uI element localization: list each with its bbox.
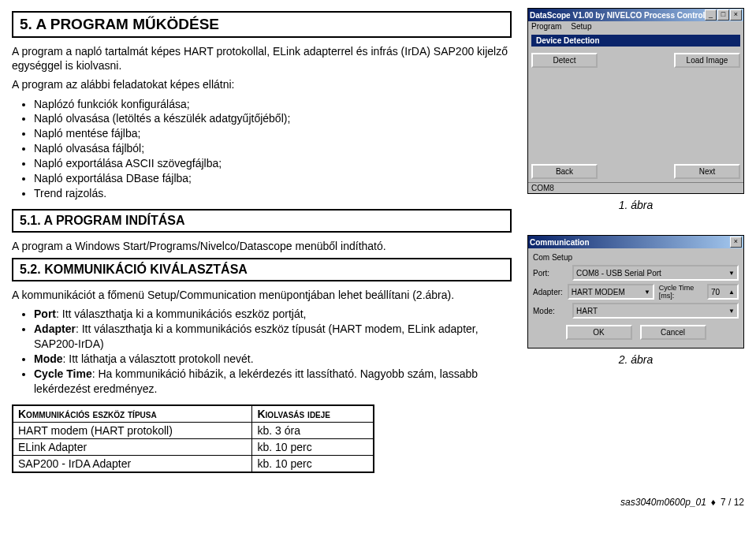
list-item: Napló mentése fájlba; (34, 126, 512, 141)
figure-2-caption: 2. ábra (527, 353, 744, 366)
list-item: Cycle Time: Ha kommunikáció hibázik, a l… (34, 367, 512, 397)
cycle-time-label: Cycle Time [ms]: (659, 284, 702, 300)
minimize-button[interactable]: _ (705, 9, 717, 20)
p-5-1: A program a Windows Start/Programs/Nivel… (12, 239, 512, 253)
panel-title: Device Detection (531, 35, 740, 47)
table-header: Kiolvasás ideje (252, 405, 374, 423)
list-item: Adapter: Itt választhatja ki a kommuniká… (34, 322, 512, 352)
list-item: Napló exportálása DBase fájlba; (34, 171, 512, 186)
heading-5-2: 5.2. KOMMUNIKÁCIÓ KIVÁLASZTÁSA (12, 258, 512, 281)
list-item: Port: Itt választhatja ki a kommunikáció… (34, 307, 512, 322)
list-item: Napló exportálása ASCII szövegfájlba; (34, 156, 512, 171)
chevron-down-icon: ▼ (644, 289, 650, 296)
back-button[interactable]: Back (531, 164, 598, 179)
table-row: SAP200 - IrDA Adapterkb. 10 perc (13, 455, 374, 472)
list-item: Trend rajzolás. (34, 186, 512, 201)
tasks-lead: A program az alábbi feladatokat képes el… (12, 77, 512, 91)
list-item: Napló olvasása fájlból; (34, 141, 512, 156)
figure-1-caption: 1. ábra (527, 199, 744, 211)
chevron-down-icon: ▼ (728, 270, 735, 277)
ok-button[interactable]: OK (566, 325, 632, 340)
port-dropdown[interactable]: COM8 - USB Serial Port▼ (572, 265, 739, 281)
window-title: Communication (530, 238, 590, 247)
list-item: Naplózó funkciók konfigurálása; (34, 97, 512, 112)
maximize-button[interactable]: □ (717, 9, 729, 20)
load-image-button[interactable]: Load Image (674, 53, 740, 68)
adapter-dropdown[interactable]: HART MODEM▼ (568, 284, 654, 300)
window-title: DataScope V1.00 by NIVELCO Process Contr… (530, 11, 705, 20)
port-label: Port: (533, 269, 568, 278)
comm-table: Kommunikációs eszköz típusaKiolvasás ide… (12, 404, 374, 473)
screenshot-datascope-window: DataScope V1.00 by NIVELCO Process Contr… (527, 8, 744, 194)
close-button[interactable]: × (730, 9, 742, 20)
page-footer: sas3040m0600p_01 ♦ 7 / 12 (12, 497, 744, 508)
menu-program[interactable]: Program (531, 22, 561, 31)
group-label: Com Setup (533, 253, 739, 262)
next-button[interactable]: Next (674, 164, 740, 179)
detect-button[interactable]: Detect (531, 53, 598, 68)
list-item: Napló olvasása (letöltés a készülék adat… (34, 111, 512, 126)
heading-5: 5. A PROGRAM MŰKÖDÉSE (12, 11, 512, 38)
heading-5-1: 5.1. A PROGRAM INDÍTÁSA (12, 209, 512, 233)
screenshot-communication-dialog: Communication × Com Setup Port: COM8 - U… (527, 235, 744, 348)
adapter-label: Adapter: (533, 288, 563, 296)
mode-label: Mode: (533, 307, 568, 315)
close-button[interactable]: × (730, 237, 742, 248)
tasks-list: Naplózó funkciók konfigurálása; Napló ol… (12, 97, 512, 201)
mode-dropdown[interactable]: HART▼ (572, 303, 739, 319)
table-row: HART modem (HART protokoll)kb. 3 óra (13, 422, 374, 438)
cancel-button[interactable]: Cancel (640, 325, 706, 340)
spinner-icon: ▲ (728, 289, 735, 296)
cycle-time-input[interactable]: 70▲ (707, 284, 739, 300)
p-5-2-lead: A kommunikációt a főmenü Setup/Communica… (12, 288, 512, 302)
separator-icon: ♦ (711, 497, 716, 508)
list-item: Mode: Itt láthatja a választott protokol… (34, 352, 512, 367)
intro-paragraph: A program a napló tartalmát képes HART p… (12, 44, 512, 73)
page-number: 7 / 12 (721, 497, 744, 508)
comm-list: Port: Itt választhatja ki a kommunikáció… (12, 307, 512, 396)
doc-id: sas3040m0600p_01 (620, 497, 706, 508)
menu-setup[interactable]: Setup (571, 22, 591, 31)
table-header: Kommunikációs eszköz típusa (13, 405, 252, 423)
table-row: ELink Adapterkb. 10 perc (13, 438, 374, 455)
status-bar: COM8 (528, 182, 743, 193)
chevron-down-icon: ▼ (728, 308, 735, 315)
